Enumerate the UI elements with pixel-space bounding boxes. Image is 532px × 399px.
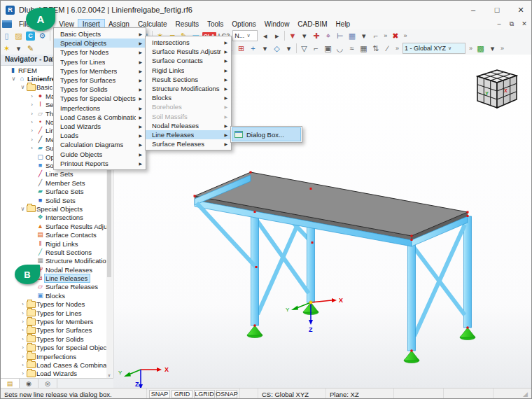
menu-item-dialog-box[interactable]: Dialog Box...: [232, 128, 300, 141]
clipping-box-icon[interactable]: ⌐: [310, 43, 322, 54]
maximize-button[interactable]: □: [485, 1, 509, 19]
expander-closed-icon[interactable]: ›: [19, 327, 27, 333]
table-dropdown-icon[interactable]: ▾: [358, 30, 370, 41]
menu-item-blocks[interactable]: Blocks▶: [146, 93, 231, 102]
menu-item-printout-reports[interactable]: Printout Reports▶: [54, 159, 146, 168]
pin-icon[interactable]: ✚: [310, 30, 322, 41]
expander-closed-icon[interactable]: ›: [19, 310, 27, 316]
menu-item-types-for-members[interactable]: Types for Members▶: [54, 66, 146, 76]
edit-object-icon[interactable]: ✎: [24, 43, 36, 54]
navigation-cube[interactable]: -Y X: [477, 70, 517, 108]
support-front-right[interactable]: [404, 349, 419, 363]
menu-cad-bim[interactable]: CAD-BIM: [293, 20, 331, 29]
arc-view-icon[interactable]: ◡: [334, 43, 346, 54]
menu-help[interactable]: Help: [332, 20, 355, 29]
clear-results-icon[interactable]: ✖: [389, 30, 401, 41]
minimize-button[interactable]: –: [461, 1, 485, 19]
expander-closed-icon[interactable]: ›: [28, 145, 36, 151]
expander-closed-icon[interactable]: ›: [19, 344, 27, 351]
tree-item-special-objects[interactable]: ∨Special Objects: [1, 204, 108, 213]
menu-item-types-for-surfaces[interactable]: Types for Surfaces▶: [54, 76, 146, 85]
tree-item-load-cases-combinations[interactable]: ›Load Cases & Combinations: [1, 360, 108, 369]
copy-icon[interactable]: C: [26, 31, 35, 41]
tree-item-blocks[interactable]: ▣Blocks: [1, 291, 108, 300]
expander-closed-icon[interactable]: ›: [28, 102, 36, 108]
menu-results[interactable]: Results: [172, 20, 203, 29]
tree-item-types-for-special-objects[interactable]: ›Types for Special Objects: [1, 344, 108, 352]
toolbar2-overflow-1[interactable]: »: [396, 45, 399, 52]
tree-item-member-sets[interactable]: ╱Member Sets: [1, 178, 108, 187]
menu-item-structure-modifications[interactable]: Structure Modifications▶: [146, 84, 231, 93]
expander-closed-icon[interactable]: ›: [19, 301, 27, 307]
menu-item-loads[interactable]: Loads▶: [54, 131, 146, 140]
filter-dropdown-icon[interactable]: ▾: [298, 30, 310, 41]
tab-views[interactable]: ◉: [20, 379, 38, 388]
tree-item-intersections[interactable]: ❖Intersections: [1, 214, 108, 222]
menu-item-rigid-links[interactable]: Rigid Links▶: [146, 66, 231, 75]
menu-item-line-releases[interactable]: Line Releases▶: [146, 130, 231, 139]
expander-open-icon[interactable]: ∨: [19, 84, 27, 90]
member-leg-front-left[interactable]: [251, 212, 259, 326]
support-front-left[interactable]: [247, 324, 262, 337]
tree-item-rigid-links[interactable]: ‖Rigid Links: [1, 239, 108, 248]
toolbar1-overflow-1[interactable]: »: [384, 32, 387, 39]
new-object-dropdown-icon[interactable]: ▾: [13, 43, 24, 54]
section-box-icon[interactable]: ▣: [322, 43, 334, 54]
menu-item-surface-results-adjustments[interactable]: Surface Results Adjustments▶: [146, 47, 231, 56]
menu-item-imperfections[interactable]: Imperfections▶: [54, 104, 146, 113]
menu-item-guide-objects[interactable]: Guide Objects▶: [54, 149, 146, 158]
tree-item-line-sets[interactable]: ╱Line Sets: [1, 170, 108, 178]
load-case-combo[interactable]: N...∨: [232, 30, 258, 41]
expander-closed-icon[interactable]: ›: [28, 93, 36, 99]
toggle-osnap[interactable]: OSNAP: [216, 390, 237, 398]
visibility-filter-icon[interactable]: ▽: [298, 43, 310, 54]
support-back-right[interactable]: [460, 326, 475, 340]
prev-load-case-icon[interactable]: ◂: [259, 30, 271, 41]
menu-item-surface-contacts[interactable]: Surface Contacts▶: [146, 56, 231, 65]
tree-item-surface-results-adjustments[interactable]: ▲Surface Results Adjustments: [1, 222, 108, 230]
menu-item-load-cases-combinations[interactable]: Load Cases & Combinations▶: [54, 113, 146, 122]
dimension-icon[interactable]: ⊢: [334, 30, 346, 41]
tree-item-structure-modifications[interactable]: ▦Structure Modifications: [1, 257, 108, 265]
wave-icon[interactable]: ≈: [346, 43, 358, 54]
structure-model[interactable]: [194, 172, 476, 363]
expander-open-icon[interactable]: ∨: [10, 76, 18, 82]
mesh-icon[interactable]: ▦: [358, 43, 370, 54]
expander-closed-icon[interactable]: ›: [28, 136, 36, 143]
tree-item-surface-releases[interactable]: ▱Surface Releases: [1, 283, 108, 291]
tree-item-types-for-surfaces[interactable]: ›Types for Surfaces: [1, 326, 108, 335]
child-close-button[interactable]: ✕: [519, 20, 530, 28]
tree-item-result-sections[interactable]: ╱Result Sections: [1, 248, 108, 256]
toolbar2-overflow-2[interactable]: »: [469, 45, 472, 52]
tab-data[interactable]: ▤: [1, 379, 20, 388]
view-combo[interactable]: 1 - Global XYZ∨: [402, 43, 465, 54]
close-button[interactable]: ✕: [509, 1, 532, 19]
toggle-snap[interactable]: SNAP: [149, 390, 170, 398]
tree-item-types-for-nodes[interactable]: ›Types for Nodes: [1, 300, 108, 309]
child-minimize-button[interactable]: –: [493, 20, 505, 28]
menu-item-result-sections[interactable]: Result Sections▶: [146, 75, 231, 84]
move-dropdown-icon[interactable]: ▾: [283, 43, 295, 54]
solid-box-icon[interactable]: ▦: [346, 30, 358, 41]
toggle-grid[interactable]: GRID: [172, 390, 192, 398]
file-ribbon-icon[interactable]: [2, 20, 12, 28]
tree-item-types-for-solids[interactable]: ›Types for Solids: [1, 335, 108, 343]
member-leg-back-right[interactable]: [464, 216, 472, 328]
menu-options[interactable]: Options: [227, 20, 260, 29]
move-icon[interactable]: ◇: [271, 43, 283, 54]
expander-closed-icon[interactable]: ›: [19, 354, 27, 360]
tree-item-types-for-lines[interactable]: ›Types for Lines: [1, 309, 108, 317]
render-mode-icon[interactable]: ▩: [475, 43, 486, 54]
settings-gear-icon[interactable]: ⚙: [36, 30, 48, 41]
menu-item-load-wizards[interactable]: Load Wizards▶: [54, 122, 146, 131]
tab-display[interactable]: ◎: [38, 379, 57, 388]
menu-item-special-objects[interactable]: Special Objects▶: [54, 38, 146, 48]
filter-loads-icon[interactable]: ▼: [286, 30, 298, 41]
new-object-icon[interactable]: ✶: [1, 43, 13, 54]
transform-dropdown-icon[interactable]: ▾: [259, 43, 271, 54]
axes-icon[interactable]: ⌖: [322, 30, 334, 41]
menu-item-types-for-solids[interactable]: Types for Solids▶: [54, 85, 146, 94]
expander-closed-icon[interactable]: ›: [19, 362, 27, 368]
menu-item-types-for-nodes[interactable]: Types for Nodes▶: [54, 48, 146, 57]
expander-closed-icon[interactable]: ›: [19, 370, 27, 377]
